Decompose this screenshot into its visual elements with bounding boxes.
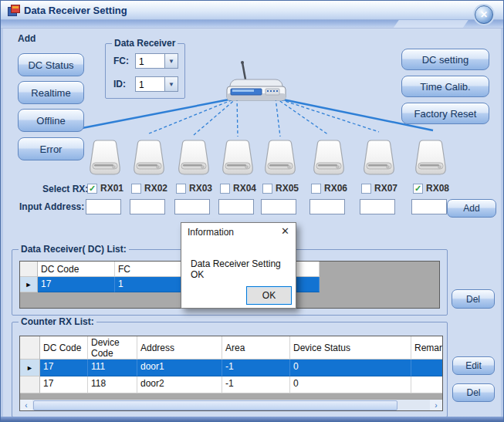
rx-checkbox-rx08[interactable]: ✓RX08 (413, 183, 449, 194)
rx-address-input-5[interactable] (261, 199, 296, 214)
rx-address-input-2[interactable] (130, 199, 165, 214)
table-cell[interactable]: 17 (40, 376, 88, 393)
fc-label: FC: (113, 56, 129, 66)
checkbox-icon[interactable]: ✓ (87, 184, 97, 194)
checkbox-icon[interactable] (131, 184, 141, 194)
table-cell[interactable]: 17 (40, 360, 88, 376)
table-cell[interactable]: 17 (38, 277, 115, 292)
column-header[interactable]: Device Code (88, 336, 137, 360)
table-cell[interactable]: door1 (137, 360, 222, 376)
checkbox-icon[interactable] (262, 184, 272, 194)
checkbox-icon[interactable]: ✓ (413, 184, 423, 194)
checkbox-icon[interactable] (311, 184, 321, 194)
dialog-message: Data Receiver Setting OK (191, 258, 296, 280)
column-header[interactable]: Device Status (290, 336, 411, 360)
error-button[interactable]: Error (18, 137, 84, 160)
rx-list-table[interactable]: DC CodeDevice CodeAddressAreaDevice Stat… (19, 336, 443, 411)
column-header[interactable]: Address (137, 336, 222, 360)
rx-checkbox-label: RX03 (189, 183, 212, 194)
data-receiver-group: Data Receiver FC: 1 ▼ ID: 1 ▼ (105, 43, 185, 99)
rx-checkbox-label: RX08 (426, 183, 449, 194)
table-row[interactable]: ►17111door1-10 (20, 360, 443, 376)
window-title: Data Receiver Setting (24, 5, 127, 16)
add-button[interactable]: Add (447, 199, 496, 218)
rx-drive-icon (263, 140, 297, 175)
window-bottom-edge (1, 417, 503, 421)
dialog-ok-button[interactable]: OK (246, 286, 292, 305)
rx-address-input-1[interactable] (86, 199, 121, 214)
rx-list-group: Counter RX List: DC CodeDevice CodeAddre… (12, 322, 448, 417)
realtime-button[interactable]: Realtime (18, 81, 84, 104)
dc-del-button[interactable]: Del (452, 289, 495, 309)
row-selector[interactable] (20, 336, 40, 360)
scroll-right-icon[interactable]: › (430, 400, 442, 411)
checkbox-icon[interactable] (361, 184, 371, 194)
rx-address-input-3[interactable] (174, 199, 210, 214)
rx-edit-button[interactable]: Edit (452, 356, 495, 375)
rx-checkbox-label: RX04 (233, 183, 256, 194)
close-icon[interactable]: ✕ (475, 5, 493, 24)
dc-status-button[interactable]: DC Status (18, 53, 84, 76)
rx-address-input-6[interactable] (310, 199, 345, 214)
titlebar[interactable]: Data Receiver Setting (1, 1, 503, 20)
offline-button[interactable]: Offline (18, 109, 84, 132)
rx-drive-icon (414, 140, 448, 175)
table-row[interactable]: 17118door2-10 (20, 376, 443, 393)
rx-drive-icon (362, 140, 396, 175)
dialog-close-icon[interactable]: ✕ (281, 225, 289, 237)
checkbox-icon[interactable] (176, 184, 186, 194)
rx-address-input-4[interactable] (218, 199, 254, 214)
row-selector-arrow-icon[interactable]: ► (20, 360, 40, 376)
column-header[interactable]: DC Code (40, 336, 88, 360)
rx-address-input-8[interactable] (411, 199, 447, 214)
checkbox-icon[interactable] (220, 184, 230, 194)
add-section-label: Add (18, 33, 36, 44)
rx-checkbox-label: RX01 (100, 183, 123, 194)
row-selector[interactable] (20, 376, 40, 393)
row-selector-arrow-icon[interactable]: ► (20, 277, 38, 292)
table-cell[interactable] (411, 360, 443, 376)
rx-checkbox-rx02[interactable]: RX02 (131, 183, 167, 194)
table-cell[interactable]: -1 (222, 376, 290, 393)
rx-address-input-7[interactable] (360, 199, 395, 214)
rx-checkbox-rx06[interactable]: RX06 (311, 183, 347, 194)
fc-combobox[interactable]: 1 ▼ (135, 53, 178, 69)
table-cell[interactable]: 118 (88, 376, 137, 393)
row-selector[interactable] (20, 262, 38, 277)
rx-table-hscrollbar[interactable]: ‹ › (20, 399, 442, 410)
rx-checkbox-rx07[interactable]: RX07 (361, 183, 397, 194)
table-cell[interactable] (411, 376, 443, 393)
factory-reset-button[interactable]: Factory Reset (401, 103, 489, 124)
table-cell[interactable]: door2 (137, 376, 222, 393)
router-icon (227, 61, 286, 100)
scrollbar-thumb[interactable] (33, 400, 397, 410)
table-cell[interactable]: 0 (290, 376, 411, 393)
column-header[interactable]: Area (222, 336, 290, 360)
fc-dropdown-arrow-icon[interactable]: ▼ (164, 54, 178, 68)
id-combobox[interactable]: 1 ▼ (135, 76, 178, 92)
rx-del-button[interactable]: Del (452, 383, 495, 402)
table-cell[interactable]: 0 (290, 360, 411, 376)
rx-checkbox-rx05[interactable]: RX05 (262, 183, 299, 194)
rx-drive-icon (177, 140, 211, 175)
time-calib-button[interactable]: Time Calib. (401, 76, 489, 97)
rx-drive-icon (88, 140, 122, 175)
table-header-row: DC CodeDevice CodeAddressAreaDevice Stat… (20, 336, 443, 360)
app-icon (8, 5, 19, 15)
column-header[interactable]: DC Code (38, 262, 115, 277)
rx-checkbox-label: RX05 (276, 183, 299, 194)
rx-drive-icon (312, 140, 346, 175)
rx-checkbox-rx04[interactable]: RX04 (220, 183, 256, 194)
data-receiver-setting-window: Data Receiver Setting ✕ Add DC Status Re… (0, 0, 504, 422)
table-cell[interactable]: -1 (222, 360, 290, 376)
rx-checkbox-rx01[interactable]: ✓RX01 (87, 183, 123, 194)
rx-drive-icon (221, 140, 255, 175)
scroll-left-icon[interactable]: ‹ (20, 400, 32, 411)
rx-checkbox-rx03[interactable]: RX03 (176, 183, 212, 194)
dc-setting-button[interactable]: DC setting (401, 49, 489, 70)
data-receiver-group-label: Data Receiver (112, 38, 178, 49)
information-dialog: Information ✕ Data Receiver Setting OK O… (181, 222, 296, 309)
table-cell[interactable]: 111 (88, 360, 137, 376)
column-header[interactable]: Remark (411, 336, 443, 360)
id-dropdown-arrow-icon[interactable]: ▼ (164, 77, 178, 91)
